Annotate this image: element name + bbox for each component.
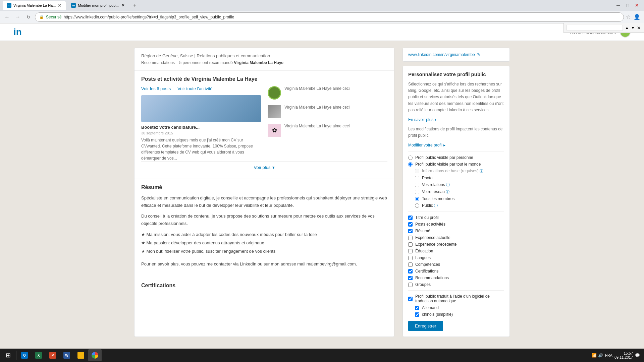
cb-recommandations[interactable] [408, 276, 413, 280]
refresh-btn[interactable]: ↻ [24, 13, 33, 21]
radio-tous-membres[interactable] [415, 197, 419, 201]
cb-competences[interactable] [408, 262, 413, 267]
new-tab-btn[interactable]: + [130, 1, 140, 10]
posts-left: Voir les 6 posts Voir toute l'activité B… [141, 86, 261, 161]
taskbar-word-btn[interactable]: W [60, 349, 73, 361]
enregistrer-btn[interactable]: Enregistrer [408, 321, 443, 331]
taskbar-outlook-btn[interactable]: O [18, 349, 31, 361]
radio-no-one[interactable] [408, 156, 413, 160]
post-image [141, 95, 261, 122]
resume-contact: Pour en savoir plus, vous pouvez me cont… [141, 260, 387, 268]
start-btn[interactable]: ⊞ [1, 349, 15, 361]
back-btn[interactable]: ← [3, 13, 11, 21]
powerpoint-icon: P [49, 352, 56, 359]
find-input[interactable] [567, 25, 623, 31]
activity-img-2 [268, 105, 281, 118]
clock-time: 15:57 [614, 351, 633, 355]
radio-public[interactable] [415, 203, 419, 208]
cb-titre[interactable] [408, 216, 413, 220]
clock-date: 09.11.2017 [614, 355, 633, 359]
modifier-profil-link[interactable]: Modifier votre profil ▸ [408, 143, 504, 147]
cb-vos-relations-label: Vos relations ⓘ [422, 182, 450, 187]
cb-posts-row: Posts et activités [408, 222, 504, 227]
taskbar-separator-1 [16, 351, 16, 360]
right-sidebar: www.linkedin.com/in/virginiamalembe ✎ Pe… [402, 48, 510, 337]
cb-education[interactable] [408, 249, 413, 253]
cb-langues[interactable] [408, 256, 413, 260]
cb-posts[interactable] [408, 222, 413, 227]
resume-para-1: Spécialiste en communication digitale, j… [141, 194, 387, 209]
cb-chinois[interactable] [415, 312, 419, 317]
info-icon-public[interactable]: ⓘ [434, 203, 438, 207]
taskbar-excel-btn[interactable]: X [32, 349, 45, 361]
resume-bullet-1: ★ Ma mission: vous aider à adopter les c… [141, 231, 387, 239]
notification-btn[interactable]: 💬 [635, 353, 640, 358]
tab1-close[interactable]: ✕ [58, 3, 62, 8]
floating-panel: ▲ ▼ ✕ [564, 23, 644, 33]
cb-certifications[interactable] [408, 269, 413, 274]
cb-vos-relations[interactable] [415, 183, 419, 187]
translation-row: Profil public traduit à l'aide d'un logi… [408, 294, 504, 303]
taskbar-ppt-btn[interactable]: P [46, 349, 59, 361]
cb-resume[interactable] [408, 229, 413, 233]
explorer-icon [77, 352, 84, 359]
cb-chinois-row: chinois (simplifié) [415, 312, 504, 317]
cb-groupes[interactable] [408, 283, 413, 287]
cb-exp-precedente[interactable] [408, 242, 413, 247]
close-btn[interactable]: ✕ [633, 1, 641, 10]
taskbar-chrome-btn[interactable] [88, 349, 102, 361]
cb-titre-row: Titre du profil [408, 215, 504, 220]
cb-photo[interactable] [415, 176, 419, 180]
maximize-btn[interactable]: □ [623, 1, 632, 10]
content-area: Région de Genève, Suisse | Relations pub… [134, 48, 394, 337]
taskbar-explorer-btn[interactable] [74, 349, 88, 361]
minimize-btn[interactable]: ─ [614, 1, 623, 10]
activity-item-2: Virginia Malembe La Haye aime ceci [268, 105, 387, 118]
profile-header-section: Région de Genève, Suisse | Relations pub… [135, 48, 394, 71]
tab2-favicon: in [71, 3, 76, 8]
cb-exp-actuelle-row: Expérience actuelle [408, 235, 504, 240]
cb-groupes-row: Groupes [408, 282, 504, 287]
cb-chinois-label: chinois (simplifié) [422, 312, 453, 317]
cb-langues-row: Langues [408, 255, 504, 260]
radio-public-label: Public ⓘ [422, 203, 438, 208]
tab1-favicon: in [7, 3, 11, 8]
cb-certifications-row: Certifications [408, 269, 504, 274]
find-prev-btn[interactable]: ▲ [625, 25, 629, 30]
tab-1[interactable]: in Virginia Malembe La Ha... ✕ [3, 1, 66, 10]
resume-section: Résumé Spécialiste en communication digi… [135, 179, 394, 277]
find-next-btn[interactable]: ▼ [631, 25, 635, 30]
cb-groupes-label: Groupes [415, 282, 431, 287]
en-savoir-plus-link[interactable]: En savoir plus ▸ [408, 117, 504, 122]
voir-posts-link[interactable]: Voir les 6 posts [141, 86, 171, 91]
recommandations-text: 5 personnes ont recommandé [179, 60, 232, 65]
profile-btn[interactable]: 👤 [633, 13, 641, 21]
sub-option-photo: Photo [415, 176, 504, 180]
forward-btn[interactable]: → [13, 13, 22, 21]
edit-url-icon[interactable]: ✎ [477, 52, 481, 57]
tab2-close[interactable]: ✕ [121, 3, 125, 8]
address-bar[interactable]: 🔒 Sécurisé https://www.linkedin.com/publ… [35, 12, 624, 22]
chrome-icon [92, 352, 98, 359]
info-icon-base[interactable]: ⓘ [480, 169, 483, 173]
voir-plus-btn[interactable]: Voir plus ▾ [141, 161, 387, 173]
post-excerpt: Voilà maintenant quelques mois que j'ai … [141, 137, 261, 161]
cb-base-info[interactable] [415, 169, 419, 173]
linkedin-logo: in [13, 27, 22, 38]
resume-para-2: Du conseil à la création de contenu, je … [141, 213, 387, 227]
cb-votre-reseau[interactable] [415, 190, 419, 194]
info-icon-reseau[interactable]: ⓘ [446, 190, 449, 194]
cb-education-label: Éducation [415, 249, 433, 253]
cb-exp-actuelle[interactable] [408, 236, 413, 240]
cb-translation[interactable] [408, 297, 413, 301]
tab-2[interactable]: in Modifier mon profil publ... ✕ [67, 1, 129, 10]
voir-activite-link[interactable]: Voir toute l'activité [177, 86, 212, 91]
cb-allemand[interactable] [415, 306, 419, 310]
radio-everyone[interactable] [408, 162, 413, 167]
voir-plus-label: Voir plus [254, 165, 271, 170]
info-icon-relations[interactable]: ⓘ [446, 183, 450, 187]
find-close-btn[interactable]: ✕ [637, 25, 641, 31]
cb-competences-label: Compétences [415, 262, 440, 267]
resume-bullet-3: ★ Mon but: fidéliser votre public, susci… [141, 247, 387, 256]
star-btn[interactable]: ☆ [626, 14, 631, 20]
